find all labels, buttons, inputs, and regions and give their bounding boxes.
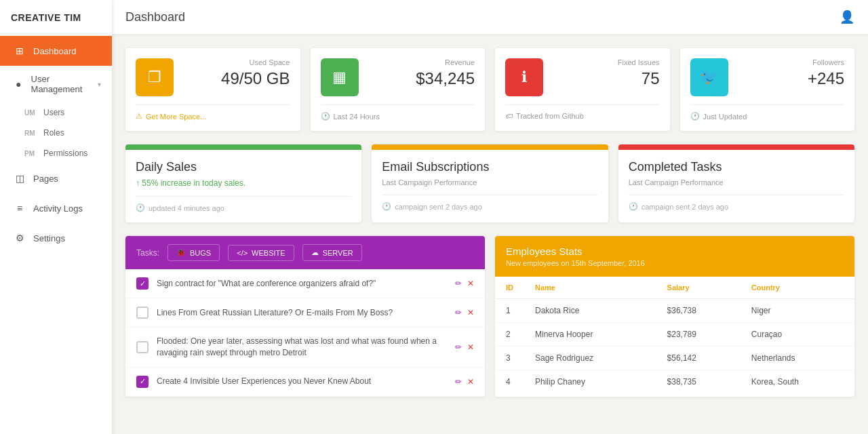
twitter-icon: 🐦 (690, 58, 728, 96)
employee-id: 3 (495, 347, 524, 370)
stat-card-issues: ℹ Fixed Issues 75 🏷 Tracked from Github (495, 48, 670, 131)
settings-icon: ⚙ (13, 231, 26, 245)
task-edit-button-2[interactable]: ✏ (455, 308, 462, 317)
sidebar-item-label: Activity Logs (33, 203, 83, 214)
email-subscriptions-bar (372, 144, 608, 150)
daily-sales-bar (125, 144, 361, 150)
sidebar-item-dashboard[interactable]: ⊞ Dashboard (0, 36, 112, 66)
storage-footer-link[interactable]: Get More Space... (146, 113, 206, 121)
table-row: 3 Sage Rodriguez $56,142 Netherlands (495, 347, 854, 370)
followers-footer-text: Just Updated (703, 113, 747, 121)
col-header-salary: Salary (656, 277, 741, 299)
activity-logs-icon: ≡ (13, 201, 26, 215)
task-delete-button-2[interactable]: ✕ (467, 308, 474, 317)
clock-icon: 🕐 (321, 112, 330, 121)
email-subscriptions-title: Email Subscriptions (382, 160, 597, 174)
task-actions-2: ✏ ✕ (455, 308, 474, 317)
sidebar-submenu-label: Users (43, 108, 64, 117)
employee-id: 4 (495, 370, 524, 394)
daily-sales-title: Daily Sales (136, 160, 351, 174)
tag-icon: 🏷 (505, 112, 513, 120)
clock-icon: 🕐 (136, 203, 145, 212)
table-row: 2 Minerva Hooper $23,789 Curaçao (495, 323, 854, 347)
warning-icon: ⚠ (136, 112, 142, 121)
revenue-value: $34,245 (367, 69, 475, 88)
task-edit-button-4[interactable]: ✏ (455, 377, 462, 387)
task-text-2: Lines From Great Russian Literature? Or … (157, 307, 447, 319)
task-checkbox-1[interactable]: ✓ (136, 277, 149, 290)
campaign-card-completed-tasks: Completed Tasks Last Campaign Performanc… (618, 144, 854, 222)
employees-table: ID Name Salary Country 1 Dakota Rice $36… (495, 277, 854, 393)
task-delete-button-1[interactable]: ✕ (467, 279, 474, 288)
submenu-prefix: UM (24, 109, 38, 117)
sidebar-item-roles[interactable]: RM Roles (0, 123, 112, 143)
issues-icon: ℹ (505, 58, 543, 96)
task-text-4: Create 4 Invisible User Experiences you … (157, 376, 447, 387)
sidebar-item-users[interactable]: UM Users (0, 102, 112, 123)
task-edit-button-3[interactable]: ✏ (455, 342, 462, 352)
sidebar-submenu-label: Permissions (43, 149, 87, 158)
tasks-card: Tasks: 🐞 BUGS </> WEBSITE ☁ SERVER (125, 236, 485, 397)
user-icon[interactable]: 👤 (840, 9, 854, 24)
task-row: ✓ Sign contract for "What are conference… (125, 269, 485, 298)
col-header-name: Name (524, 277, 656, 299)
employee-salary: $38,735 (656, 370, 741, 394)
pages-icon: ◫ (13, 172, 26, 185)
table-row: 1 Dakota Rice $36,738 Niger (495, 299, 854, 323)
completed-tasks-bar (618, 144, 854, 150)
content-area: ❐ Used Space 49/50 GB ⚠ Get More Space..… (112, 35, 868, 434)
task-checkbox-3[interactable] (136, 341, 149, 353)
tasks-header: Tasks: 🐞 BUGS </> WEBSITE ☁ SERVER (125, 236, 485, 269)
bugs-icon: 🐞 (176, 248, 186, 257)
task-text-3: Flooded: One year later, assessing what … (157, 336, 447, 359)
bugs-label: BUGS (190, 249, 211, 257)
sidebar-submenu-label: Roles (43, 128, 64, 138)
task-delete-button-3[interactable]: ✕ (467, 342, 474, 352)
tasks-tab-website[interactable]: </> WEBSITE (228, 245, 294, 261)
brand-logo: CREATIVE TIM (0, 0, 112, 36)
storage-icon: ❐ (136, 58, 174, 96)
storage-value: 49/50 GB (182, 69, 290, 88)
employee-name: Sage Rodriguez (524, 347, 656, 370)
topbar: Dashboard 👤 (112, 0, 868, 35)
employee-country: Curaçao (741, 323, 854, 347)
employee-salary: $23,789 (656, 323, 741, 347)
user-management-icon: ● (13, 77, 24, 91)
sidebar-item-label: User Management (31, 74, 91, 94)
server-label: SERVER (323, 249, 353, 257)
task-delete-button-4[interactable]: ✕ (467, 377, 474, 387)
submenu-prefix: RM (24, 130, 38, 137)
task-row: ✓ Create 4 Invisible User Experiences yo… (125, 368, 485, 397)
sidebar-item-pages[interactable]: ◫ Pages (0, 163, 112, 193)
website-label: WEBSITE (252, 249, 285, 257)
clock-icon: 🕐 (629, 202, 638, 211)
stat-card-storage: ❐ Used Space 49/50 GB ⚠ Get More Space..… (125, 48, 300, 131)
sidebar-item-permissions[interactable]: PM Permissions (0, 143, 112, 163)
completed-tasks-footer: campaign sent 2 days ago (642, 203, 728, 211)
sidebar-item-label: Settings (33, 233, 65, 243)
bottom-grid: Tasks: 🐞 BUGS </> WEBSITE ☁ SERVER (125, 236, 854, 397)
task-checkbox-2[interactable] (136, 307, 149, 319)
main-content: Dashboard 👤 ❐ Used Space 49/50 GB ⚠ Get … (112, 0, 868, 434)
sidebar-item-user-management[interactable]: ● User Management ▾ (0, 66, 112, 102)
employee-salary: $36,738 (656, 299, 741, 323)
stat-card-revenue: ▦ Revenue $34,245 🕐 Last 24 Hours (311, 48, 486, 131)
employee-name: Dakota Rice (524, 299, 656, 323)
sidebar-nav: ⊞ Dashboard ● User Management ▾ UM Users… (0, 36, 112, 253)
task-edit-button-1[interactable]: ✏ (455, 279, 462, 288)
task-checkbox-4[interactable]: ✓ (136, 376, 149, 388)
task-actions-4: ✏ ✕ (455, 377, 474, 387)
stat-cards-row: ❐ Used Space 49/50 GB ⚠ Get More Space..… (125, 48, 854, 131)
issues-footer-text: Tracked from Github (516, 112, 584, 120)
dashboard-icon: ⊞ (13, 44, 26, 58)
employee-country: Netherlands (741, 347, 854, 370)
tasks-tab-bugs[interactable]: 🐞 BUGS (167, 244, 220, 261)
employees-header-subtitle: New employees on 15th September, 2016 (506, 259, 844, 267)
clock-icon: 🕐 (690, 112, 700, 121)
sidebar-item-settings[interactable]: ⚙ Settings (0, 223, 112, 253)
sidebar-item-activity-logs[interactable]: ≡ Activity Logs (0, 193, 112, 223)
tasks-tab-server[interactable]: ☁ SERVER (302, 244, 362, 261)
issues-label: Fixed Issues (551, 58, 660, 66)
completed-tasks-subtitle: Last Campaign Performance (629, 178, 844, 186)
task-row: Flooded: One year later, assessing what … (125, 328, 485, 368)
